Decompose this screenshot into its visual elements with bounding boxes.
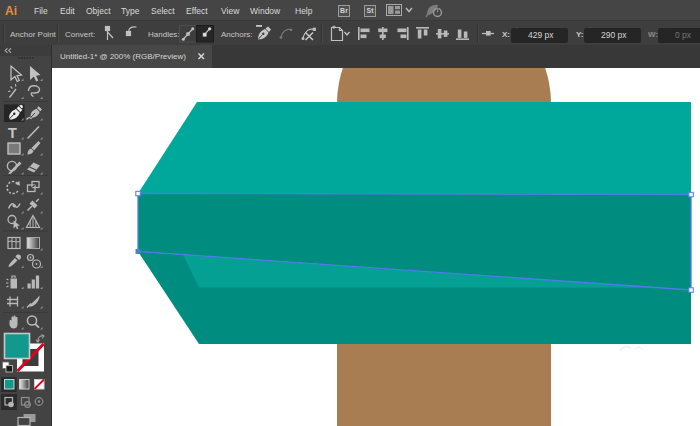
svg-text:T: T: [8, 125, 17, 141]
